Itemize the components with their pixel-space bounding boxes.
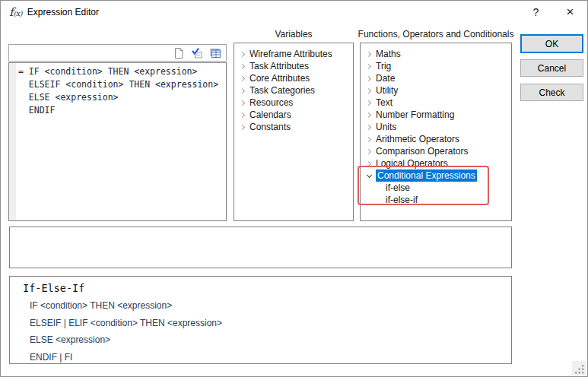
tree-item-label: Task Attributes	[250, 61, 309, 71]
titlebar-buttons: ? ×	[519, 1, 587, 24]
tree-item-label: Task Categories	[250, 85, 315, 96]
expression-input[interactable]: = IF <condition> THEN <expression> ELSEI…	[8, 62, 227, 221]
variables-list: Wireframe Attributes Task Attributes Cor…	[234, 43, 354, 221]
help-line: IF <condition> THEN <expression>	[30, 297, 222, 315]
tree-item-label: Wireframe Attributes	[250, 49, 332, 59]
tree-item-label: Date	[376, 73, 395, 84]
tree-item-arithmetic-operators[interactable]: Arithmetic Operators	[361, 133, 511, 145]
ok-button[interactable]: OK	[520, 34, 583, 53]
chevron-right-icon[interactable]	[364, 147, 373, 156]
chevron-right-icon[interactable]	[364, 98, 373, 107]
variables-label: Variables	[234, 29, 354, 40]
fx-logo-icon: f (x)	[9, 5, 22, 19]
tree-item-task-attributes[interactable]: Task Attributes	[234, 60, 353, 72]
tree-item-calendars[interactable]: Calendars	[234, 109, 353, 121]
editor-toolbar	[8, 44, 227, 62]
tree-item-task-categories[interactable]: Task Categories	[234, 84, 353, 97]
tree-item-if-else-if[interactable]: if-else-if	[361, 194, 511, 206]
tree-item-text[interactable]: Text	[361, 97, 511, 109]
tree-item-constants[interactable]: Constants	[234, 121, 353, 133]
chevron-right-icon[interactable]	[364, 159, 373, 168]
resize-grip[interactable]	[572, 361, 586, 375]
tree-item-maths[interactable]: Maths	[361, 48, 511, 60]
help-title: If-Else-If	[23, 282, 84, 294]
tree-item-wireframe-attributes[interactable]: Wireframe Attributes	[234, 48, 353, 60]
tree-item-label: Resources	[250, 97, 293, 108]
cancel-button[interactable]: Cancel	[520, 59, 583, 77]
tree-item-number-formatting[interactable]: Number Formatting	[361, 109, 511, 121]
chevron-right-icon[interactable]	[364, 110, 373, 119]
titlebar[interactable]: f (x) Expression Editor ? ×	[1, 1, 587, 24]
tree-item-core-attributes[interactable]: Core Attributes	[234, 72, 353, 84]
chevron-right-icon[interactable]	[238, 49, 247, 59]
editor-line: ELSE <expression>	[18, 91, 226, 104]
tree-item-if-else[interactable]: if-else	[361, 182, 511, 194]
chevron-right-icon[interactable]	[238, 122, 247, 131]
syntax-help-panel: If-Else-If IF <condition> THEN <expressi…	[9, 276, 512, 364]
tree-item-conditional-expressions[interactable]: Conditional Expressions	[361, 169, 511, 182]
validate-expression-icon[interactable]	[191, 47, 203, 59]
tree-item-label: Arithmetic Operators	[376, 134, 459, 144]
tree-item-label: Trig	[376, 61, 391, 71]
help-line: ELSEIF | ELIF <condition> THEN <expressi…	[30, 315, 222, 332]
tree-item-label: Text	[376, 97, 393, 108]
tree-item-units[interactable]: Units	[361, 121, 511, 133]
chevron-right-icon[interactable]	[364, 86, 373, 95]
window-title: Expression Editor	[27, 7, 99, 17]
tree-item-comparison-operators[interactable]: Comparison Operators	[361, 145, 511, 157]
tree-item-resources[interactable]: Resources	[234, 97, 353, 109]
tree-item-label: Logical Operators	[376, 158, 448, 169]
editor-line: = IF <condition> THEN <expression>	[18, 65, 226, 78]
chevron-right-icon[interactable]	[364, 122, 373, 131]
chevron-right-icon[interactable]	[238, 86, 247, 95]
tree-item-date[interactable]: Date	[361, 72, 511, 84]
editor-gutter	[9, 63, 16, 220]
help-lines: IF <condition> THEN <expression> ELSEIF …	[30, 297, 222, 366]
tree-item-label: Core Attributes	[250, 73, 310, 84]
new-expression-icon[interactable]	[173, 47, 185, 59]
tree-item-logical-operators[interactable]: Logical Operators	[361, 157, 511, 169]
tree-item-label: Maths	[376, 49, 401, 59]
tree-item-label: Constants	[250, 122, 291, 132]
editor-line: ENDIF	[18, 104, 226, 117]
chevron-right-icon[interactable]	[364, 135, 373, 144]
editor-line: ELSEIF <condition> THEN <expression>	[18, 78, 226, 91]
tree-item-utility[interactable]: Utility	[361, 84, 511, 97]
expression-editor-dialog: f (x) Expression Editor ? ×	[0, 0, 588, 377]
editor-text: = IF <condition> THEN <expression> ELSEI…	[18, 65, 226, 117]
chevron-right-icon[interactable]	[364, 74, 373, 83]
help-line: ELSE <expression>	[30, 331, 222, 349]
close-button[interactable]: ×	[553, 1, 587, 24]
tree-item-label: Units	[376, 122, 396, 132]
help-line: ENDIF | FI	[30, 349, 222, 366]
chevron-right-icon[interactable]	[238, 62, 247, 71]
tree-item-label: Calendars	[250, 109, 291, 120]
message-box	[9, 227, 512, 268]
check-button[interactable]: Check	[520, 84, 583, 101]
chevron-down-icon[interactable]	[364, 171, 373, 180]
chevron-right-icon[interactable]	[238, 98, 247, 107]
fx-logo-x: (x)	[14, 9, 22, 17]
help-button[interactable]: ?	[519, 1, 553, 24]
resize-grip-dots-icon	[572, 361, 586, 375]
tree-item-label-selected: Conditional Expressions	[376, 169, 477, 182]
tree-item-label: Number Formatting	[376, 109, 454, 120]
tree-item-label: if-else-if	[386, 195, 418, 205]
chevron-right-icon[interactable]	[238, 74, 247, 83]
chevron-right-icon[interactable]	[238, 110, 247, 119]
expression-examples-icon[interactable]	[209, 47, 221, 59]
tree-item-label: Utility	[376, 85, 398, 96]
functions-label: Functions, Operators and Conditionals	[352, 29, 520, 40]
tree-item-label: Comparison Operators	[376, 146, 468, 157]
chevron-right-icon[interactable]	[364, 49, 373, 59]
tree-item-label: if-else	[386, 182, 410, 193]
chevron-right-icon[interactable]	[364, 62, 373, 71]
functions-list: Maths Trig Date Utility Text Number Form…	[360, 43, 512, 221]
tree-item-trig[interactable]: Trig	[361, 60, 511, 72]
